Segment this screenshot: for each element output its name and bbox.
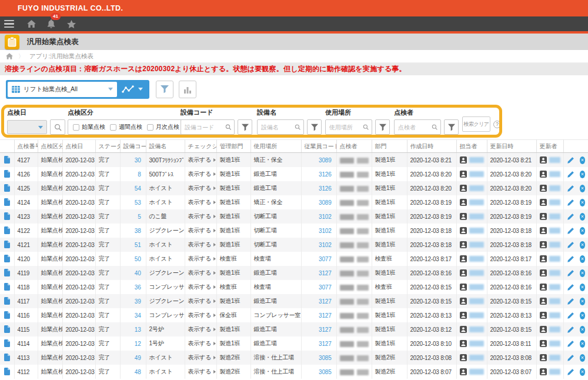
cell-equip-code-link[interactable]: 49 xyxy=(135,355,141,361)
cell-employee-code-link[interactable]: 3127 xyxy=(319,326,331,333)
delete-record-button[interactable]: × xyxy=(580,340,586,348)
cell-equip-code-link[interactable]: 5 xyxy=(138,214,141,220)
column-header-1[interactable]: 点検番号 xyxy=(14,140,38,153)
show-checksheet-link[interactable]: 表示する xyxy=(188,156,216,164)
favorites-star-icon[interactable] xyxy=(64,16,79,31)
record-icon[interactable] xyxy=(4,269,10,276)
redacted-user-link[interactable] xyxy=(469,312,484,318)
cell-employee-code-link[interactable]: 3089 xyxy=(319,199,331,206)
show-checksheet-link[interactable]: 表示する xyxy=(188,339,216,348)
redacted-user-link[interactable] xyxy=(549,242,560,248)
column-header-4[interactable]: ステータス xyxy=(95,140,120,153)
equip-code-funnel-button[interactable] xyxy=(238,119,252,135)
redacted-user-link[interactable] xyxy=(549,256,560,262)
delete-record-button[interactable]: × xyxy=(580,199,586,206)
inspector-funnel-button[interactable] xyxy=(444,119,459,135)
cell-employee-code-link[interactable]: 3102 xyxy=(319,242,331,248)
edit-record-button[interactable] xyxy=(567,284,574,291)
record-icon[interactable] xyxy=(4,184,10,192)
edit-record-button[interactable] xyxy=(567,255,574,263)
location-funnel-button[interactable] xyxy=(375,119,390,135)
search-icon[interactable] xyxy=(432,124,437,131)
cell-employee-code-link[interactable]: 3085 xyxy=(319,369,331,375)
column-header-6[interactable]: 設備名 xyxy=(146,140,185,153)
record-icon[interactable] xyxy=(4,170,10,178)
edit-record-button[interactable] xyxy=(567,213,574,221)
column-header-11[interactable]: 点検者 xyxy=(336,140,372,153)
cell-equip-code-link[interactable]: 39 xyxy=(135,298,141,305)
notifications-bell-icon[interactable]: 41 xyxy=(44,16,59,31)
cell-employee-code-link[interactable]: 3127 xyxy=(319,312,331,319)
redacted-user-link[interactable] xyxy=(549,228,560,234)
delete-record-button[interactable]: × xyxy=(580,269,586,277)
redacted-user-link[interactable] xyxy=(469,284,484,290)
search-icon[interactable] xyxy=(295,124,300,131)
cell-equip-code-link[interactable]: 53 xyxy=(135,199,141,206)
show-checksheet-link[interactable]: 表示する xyxy=(188,325,216,334)
redacted-user-link[interactable] xyxy=(469,270,484,276)
redacted-user-link[interactable] xyxy=(549,369,560,375)
record-icon[interactable] xyxy=(4,339,10,347)
cell-equip-code-link[interactable]: 36 xyxy=(135,284,141,291)
record-icon[interactable] xyxy=(4,241,10,248)
show-checksheet-link[interactable]: 表示する xyxy=(188,198,216,206)
show-checksheet-link[interactable]: 表示する xyxy=(188,241,216,249)
view-select[interactable]: リフト始業点検_All xyxy=(8,82,117,97)
redacted-user-link[interactable] xyxy=(469,326,484,332)
cell-employee-code-link[interactable]: 3126 xyxy=(319,171,331,178)
checkbox-icon[interactable] xyxy=(147,124,153,131)
inspector-input[interactable] xyxy=(398,124,432,131)
column-header-2[interactable]: 点検区分 xyxy=(38,140,62,153)
record-icon[interactable] xyxy=(4,283,10,291)
delete-record-button[interactable]: × xyxy=(580,354,586,362)
edit-record-button[interactable] xyxy=(567,199,574,206)
record-icon[interactable] xyxy=(4,354,10,361)
record-icon[interactable] xyxy=(4,297,10,305)
show-checksheet-link[interactable]: 表示する xyxy=(188,255,216,263)
column-header-15[interactable]: 更新日時 xyxy=(487,140,536,153)
redacted-user-link[interactable] xyxy=(549,157,560,163)
edit-record-button[interactable] xyxy=(567,326,574,334)
delete-record-button[interactable]: × xyxy=(580,255,586,263)
edit-record-button[interactable] xyxy=(567,312,574,319)
redacted-user-link[interactable] xyxy=(469,355,484,361)
inspection-date-dropdown[interactable] xyxy=(7,120,47,134)
redacted-user-link[interactable] xyxy=(469,242,484,248)
cell-equip-code-link[interactable]: 40 xyxy=(135,270,141,276)
show-checksheet-link[interactable]: 表示する xyxy=(188,354,216,362)
equip-name-funnel-button[interactable] xyxy=(307,119,322,135)
date-search-button[interactable] xyxy=(50,119,65,135)
chart-button[interactable] xyxy=(179,81,196,98)
edit-record-button[interactable] xyxy=(567,354,574,362)
edit-record-button[interactable] xyxy=(567,171,574,178)
delete-record-button[interactable]: × xyxy=(580,284,586,291)
edit-record-button[interactable] xyxy=(567,298,574,305)
show-checksheet-link[interactable]: 表示する xyxy=(188,283,216,291)
cell-employee-code-link[interactable]: 3127 xyxy=(319,270,331,276)
redacted-user-link[interactable] xyxy=(469,369,484,375)
cell-equip-code-link[interactable]: 12 xyxy=(135,341,141,347)
delete-record-button[interactable]: × xyxy=(580,171,586,178)
redacted-user-link[interactable] xyxy=(469,185,484,191)
redacted-user-link[interactable] xyxy=(549,355,560,361)
filter-funnel-button[interactable] xyxy=(156,81,173,98)
record-icon[interactable] xyxy=(4,311,10,319)
cell-equip-code-link[interactable]: 34 xyxy=(135,312,141,319)
show-checksheet-link[interactable]: 表示する xyxy=(188,311,216,319)
cell-employee-code-link[interactable]: 3102 xyxy=(319,228,331,234)
checkbox-icon[interactable] xyxy=(110,124,116,131)
cell-equip-code-link[interactable]: 13 xyxy=(135,326,141,333)
edit-record-button[interactable] xyxy=(567,185,574,192)
column-header-7[interactable]: チェックシート xyxy=(185,140,216,153)
checkbox-option-monthly[interactable]: 月次点検 xyxy=(147,123,179,131)
graph-view-toggle[interactable] xyxy=(117,85,148,94)
help-icon[interactable]: ? xyxy=(493,121,501,128)
column-header-10[interactable]: 従業員コード xyxy=(301,140,336,153)
search-clear-button[interactable]: 検索クリア xyxy=(462,116,490,132)
redacted-user-link[interactable] xyxy=(469,256,484,262)
checkbox-option-startup[interactable]: 始業点検 xyxy=(73,123,105,131)
redacted-user-link[interactable] xyxy=(469,171,484,177)
delete-record-button[interactable]: × xyxy=(580,213,586,221)
column-header-8[interactable]: 管理部門 xyxy=(216,140,250,153)
search-icon[interactable] xyxy=(225,124,231,131)
